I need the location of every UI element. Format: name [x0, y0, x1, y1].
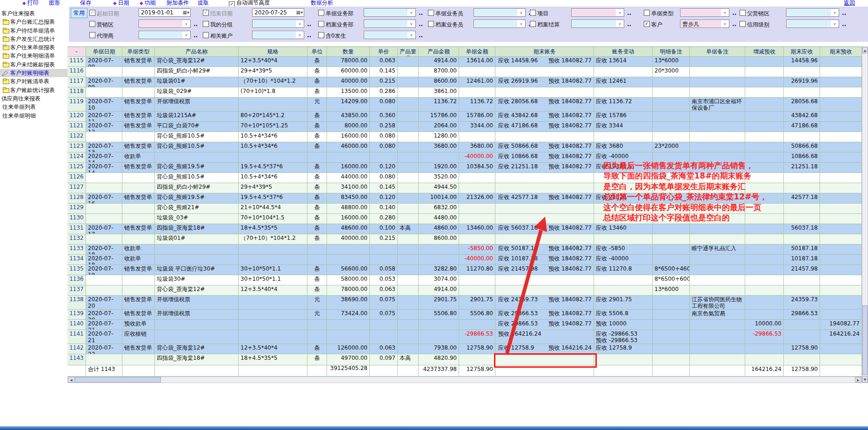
table-row[interactable]: 1137背心袋_茶海棠12#12+3.5*40*4条78000.000.0634… — [67, 285, 862, 296]
filter-checkbox-结束日期[interactable]: ✓ — [203, 10, 209, 16]
more-dots[interactable]: .. — [194, 32, 198, 39]
filter-checkbox-单据业务员[interactable] — [428, 10, 434, 16]
more-dots[interactable]: .. — [732, 10, 736, 16]
toolbar-item-5[interactable]: ◆功能 — [140, 0, 156, 7]
filter-checkbox-父营销区[interactable] — [740, 10, 746, 16]
column-header-8[interactable]: 单价 — [370, 46, 398, 57]
more-dots[interactable]: .. — [627, 21, 631, 27]
filter-select-父营销区[interactable]: ∨ — [786, 8, 839, 17]
column-header-17[interactable]: 期末应收 — [784, 46, 820, 57]
vertical-scroll-thumb[interactable] — [862, 305, 868, 375]
table-row[interactable]: 11242020-07-14收款单-40000.00应收 10866.68预收 … — [67, 152, 862, 163]
filter-select-档案业务部[interactable]: ∨ — [364, 20, 416, 28]
toolbar-item-2[interactable]: 图形 — [49, 0, 60, 7]
table-row[interactable]: 11172020-07-09销售发货单垃圾袋01#（70+10）*104*1.2… — [67, 77, 862, 87]
more-dots[interactable]: .. — [307, 21, 311, 27]
filter-checkbox-我的分组[interactable] — [203, 21, 209, 27]
table-row[interactable]: 1136垃圾袋30#30+10*50*1.1条58000.000.0533074… — [67, 275, 862, 285]
table-row[interactable]: 1130垃圾袋_03#70+10*104*1.5条16000.000.28044… — [67, 214, 862, 224]
sidebar-item-8[interactable]: 客户对账明细表 — [0, 69, 67, 77]
table-row[interactable]: 11282020-07-16销售发货单背心袋_熊姬19.5#19.5+4.5*3… — [67, 193, 862, 204]
filter-checkbox-客户[interactable]: ✓ — [644, 21, 650, 27]
column-header-10[interactable]: 产品金额 — [419, 46, 459, 57]
table-row[interactable]: 1129背心袋_熊姬21#21+10*44.5*4条48800.000.1406… — [67, 204, 862, 214]
toolbar-item-4[interactable]: ◆日期 — [113, 0, 129, 7]
column-header-4[interactable]: 产品名称 — [155, 46, 239, 57]
filter-checkbox-代理商[interactable] — [89, 32, 95, 38]
filter-checkbox-档案结算[interactable] — [530, 21, 536, 27]
table-row[interactable]: 1132垃圾袋01#（70+10）*104*1.2条40000.000.2158… — [67, 234, 862, 245]
filter-select-单据类型[interactable]: ∨ — [680, 8, 729, 17]
filter-checkbox-档案业务部[interactable] — [318, 21, 324, 27]
filter-select-单据业务员[interactable]: ∨ — [474, 8, 526, 17]
sidebar-item-9[interactable]: 客户对账清单表 — [0, 77, 67, 86]
more-dots[interactable]: .. — [307, 32, 311, 39]
toolbar-item-3[interactable]: 保存 — [80, 0, 91, 7]
filter-select-相关账户[interactable]: ∨ — [252, 31, 304, 39]
column-header-7[interactable]: 数量 — [327, 46, 370, 57]
filter-checkbox-单据类型[interactable] — [644, 10, 650, 16]
table-row[interactable]: 1127四指袋_奶白小鲜29#29+4*39*5条34100.000.14549… — [67, 183, 862, 193]
filter-select-我的分组[interactable]: ∨ — [252, 20, 304, 28]
column-header-5[interactable]: 规格 — [239, 46, 307, 57]
sidebar-item-12[interactable]: 往来单据列表 — [0, 103, 67, 111]
sidebar-item-5[interactable]: 客户往来单据报表 — [0, 43, 67, 52]
table-row[interactable]: 11152020-07-09销售发货单背心袋_茶海棠12#12+3.5*40*4… — [67, 57, 862, 67]
scroll-down-icon[interactable]: ▼ — [862, 376, 868, 383]
column-header-1[interactable]: - — [67, 46, 86, 57]
filter-select-档案业务员[interactable]: ∨ — [474, 20, 526, 28]
table-row[interactable]: 11252020-07-14销售发货单背心袋_熊姬19.5#19.5+4.5*3… — [67, 163, 862, 173]
date-input-结束日期[interactable]: 2020-07-25▦▾ — [252, 8, 304, 17]
sidebar-item-4[interactable]: 客户发生汇总统计 — [0, 35, 67, 43]
column-header-16[interactable]: 增减预收 — [745, 46, 784, 57]
table-row[interactable]: 11312020-07-17销售发货单四指袋_茶海棠18#18+4.5*35*5… — [67, 224, 862, 234]
back-link[interactable]: 返回 — [844, 0, 855, 7]
quick-filter-button[interactable]: 常用 — [71, 8, 87, 18]
table-row[interactable]: 11332020-07-18收款单-5850.00应收 50187.18预收 1… — [67, 245, 862, 255]
filter-select-单据业务部[interactable]: ∨ — [364, 8, 416, 17]
scroll-up-icon[interactable]: ▲ — [862, 47, 868, 53]
more-dots[interactable]: .. — [419, 10, 423, 16]
table-row[interactable]: 1143四指袋_茶海棠18#18+4.5*35*5条49700.000.097本… — [67, 354, 862, 365]
table-row[interactable]: 11202020-07-11销售发货单垃圾袋1215A#80+20*145*1.… — [67, 112, 862, 122]
table-row[interactable]: 11402020-07-21预收款单应收 29866.53预收 194082.7… — [67, 320, 862, 330]
filter-select-档案结算[interactable]: ∨ — [571, 20, 624, 28]
filter-select-客户[interactable]: 曹步凡∨ — [680, 20, 729, 28]
filter-select-代理商[interactable]: ∨ — [139, 31, 191, 39]
table-row[interactable]: 1122背心袋_熊姬10.5#10.5+4*34*6条16000.000.080… — [67, 132, 862, 142]
sidebar-item-7[interactable]: 客户未结账龄报表 — [0, 60, 67, 69]
auto-height-toggle[interactable]: ✓自动调节高度 — [229, 0, 270, 7]
sidebar-item-3[interactable]: 客户待结单据清单 — [0, 26, 67, 35]
table-row[interactable]: 11212020-07-12销售发货单平口袋_白袋70#70+10*105*1.… — [67, 122, 862, 132]
column-header-9[interactable]: 产品要求 — [398, 46, 419, 57]
more-dots[interactable]: .. — [419, 32, 423, 39]
column-header-11[interactable]: 单据金额 — [459, 46, 495, 57]
horizontal-scrollbar[interactable]: ◀ ▶ — [67, 377, 862, 383]
table-row[interactable]: 1126背心袋_熊姬10.5#10.5+4*34*6条44000.000.080… — [67, 173, 862, 183]
filter-select-信用级别[interactable]: ∨ — [786, 20, 839, 28]
more-dots[interactable]: .. — [194, 21, 198, 27]
column-header-12[interactable]: 期末账务 — [495, 46, 594, 57]
column-header-18[interactable]: 期末预收 — [820, 46, 862, 57]
column-header-14[interactable]: 明细备注 — [653, 46, 690, 57]
filter-checkbox-项目[interactable] — [530, 10, 536, 16]
filter-select-营销区[interactable]: ∨ — [139, 20, 191, 28]
more-dots[interactable]: .. — [732, 21, 736, 27]
sidebar-item-2[interactable]: 客户台账汇总报表 — [0, 18, 67, 26]
table-row[interactable]: 11422020-07-22销售发货单背心袋_茶海棠12#12+3.5*40*4… — [67, 344, 862, 354]
toolbar-item-7[interactable]: 提取 — [198, 0, 209, 7]
filter-checkbox-起始日期[interactable]: ✓ — [89, 10, 95, 16]
column-header-6[interactable]: 单位 — [307, 46, 327, 57]
sidebar-item-10[interactable]: 客户账龄统计报表 — [0, 86, 67, 94]
column-header-2[interactable]: 单据日期 — [86, 46, 122, 57]
more-dots[interactable]: .. — [842, 10, 846, 16]
table-row[interactable]: 11192020-07-10销售发货单开据增值税票元14209.000.0801… — [67, 98, 862, 112]
table-row[interactable]: 11232020-07-13销售发货单背心袋_熊姬10.5#10.5+4*34*… — [67, 142, 862, 152]
filter-select-含0发生[interactable]: ∨ — [364, 31, 416, 39]
more-dots[interactable]: .. — [419, 21, 423, 27]
table-row[interactable]: 11392020-07-20销售发货单开据增值税票元73424.000.0755… — [67, 310, 862, 320]
more-dots[interactable]: .. — [842, 21, 846, 27]
table-row[interactable]: 1116四指袋_奶白小鲜29#29+4*39*5条60000.000.14587… — [67, 67, 862, 77]
sidebar-item-13[interactable]: 往来单据明细 — [0, 112, 67, 120]
column-header-3[interactable]: 单据类型 — [122, 46, 155, 57]
